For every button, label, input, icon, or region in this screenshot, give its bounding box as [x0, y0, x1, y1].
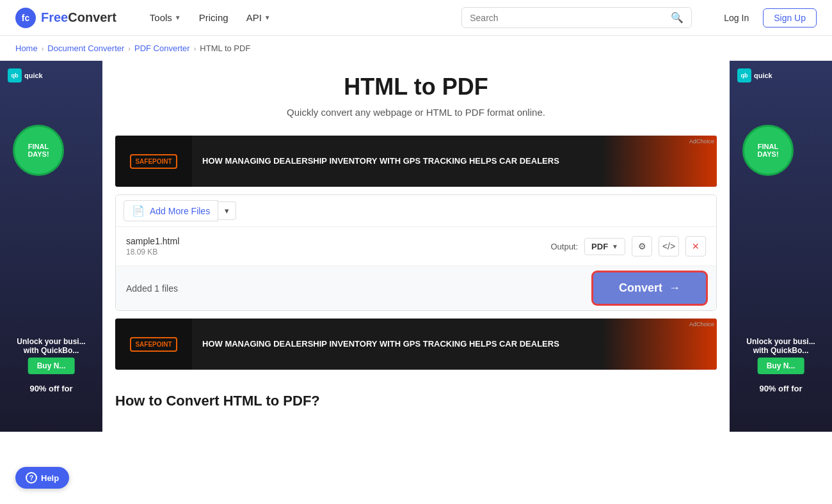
- left-ad-text: Unlock your busi...with QuickBo...: [0, 337, 102, 355]
- logo-icon: fc: [15, 8, 36, 28]
- left-ad-buy-button[interactable]: Buy N...: [28, 358, 75, 374]
- signup-button[interactable]: Sign Up: [763, 8, 817, 28]
- safepoint-logo: SAFEPOINT: [130, 154, 177, 169]
- output-select-arrow-icon: ▼: [612, 243, 618, 250]
- search-input[interactable]: [470, 13, 666, 23]
- files-count: Added 1 files: [126, 283, 178, 294]
- breadcrumb-current: HTML to PDF: [200, 43, 250, 53]
- header: fc FreeConvert Tools ▼ Pricing API ▼ 🔍 L…: [0, 0, 832, 36]
- search-area: 🔍: [461, 7, 692, 28]
- ad-banner-text: HOW MANAGING DEALERSHIP INVENTORY WITH G…: [192, 149, 602, 173]
- bottom-ad-banner-text: HOW MANAGING DEALERSHIP INVENTORY WITH G…: [192, 332, 602, 356]
- bottom-ad-choice-label: AdChoice: [689, 321, 714, 327]
- nav-api[interactable]: API ▼: [239, 7, 278, 28]
- breadcrumb-home[interactable]: Home: [15, 43, 38, 53]
- convert-arrow-icon: →: [669, 281, 680, 295]
- right-ad-text: Unlock your busi...with QuickBo...: [730, 337, 832, 355]
- breadcrumb-sep-3: ›: [194, 45, 196, 52]
- nav-pricing[interactable]: Pricing: [191, 7, 236, 28]
- right-ad-badge: FINAL DAYS!: [742, 125, 794, 176]
- top-ad-banner: SAFEPOINT HOW MANAGING DEALERSHIP INVENT…: [115, 136, 717, 187]
- main-content: HTML to PDF Quickly convert any webpage …: [102, 61, 730, 432]
- file-info: sample1.html 18.09 KB: [126, 236, 550, 256]
- right-qb-icon: qb: [737, 68, 751, 83]
- file-footer: Added 1 files Convert →: [116, 266, 716, 310]
- breadcrumb: Home › Document Converter › PDF Converte…: [0, 36, 832, 61]
- main-nav: Tools ▼ Pricing API ▼: [142, 7, 278, 28]
- ad-choice-label: AdChoice: [689, 138, 714, 145]
- bottom-safepoint-logo: SAFEPOINT: [130, 337, 177, 352]
- bottom-ad-banner: SAFEPOINT HOW MANAGING DEALERSHIP INVENT…: [115, 319, 717, 370]
- left-ad-discount: 90% off for: [0, 384, 102, 393]
- breadcrumb-sep-1: ›: [42, 45, 44, 52]
- add-files-button[interactable]: 📄 Add More Files: [124, 200, 218, 221]
- tools-arrow-icon: ▼: [175, 14, 181, 21]
- breadcrumb-sep-2: ›: [128, 45, 131, 52]
- file-size: 18.09 KB: [126, 248, 550, 256]
- right-qb-logo: qb quick: [737, 68, 772, 83]
- add-files-dropdown-button[interactable]: ▾: [218, 201, 236, 220]
- login-button[interactable]: Log In: [717, 9, 755, 27]
- logo-text: FreeConvert: [41, 10, 116, 25]
- bottom-ad-banner-title: HOW MANAGING DEALERSHIP INVENTORY WITH G…: [202, 338, 591, 350]
- how-to-section: How to Convert HTML to PDF?: [115, 377, 717, 425]
- left-ad-badge: FINAL DAYS!: [13, 125, 64, 176]
- search-box: 🔍: [461, 7, 692, 28]
- left-qb-logo: qb quick: [8, 68, 43, 83]
- breadcrumb-pdf-converter[interactable]: PDF Converter: [134, 43, 190, 53]
- file-toolbar: 📄 Add More Files ▾: [116, 195, 716, 227]
- right-ad-panel: qb quick FINAL DAYS! Unlock your busi...…: [730, 61, 832, 432]
- page-subtitle: Quickly convert any webpage or HTML to P…: [115, 107, 717, 118]
- right-qb-text: quick: [754, 72, 772, 79]
- qb-text: quick: [24, 72, 43, 79]
- qb-icon: qb: [8, 68, 22, 83]
- page-title-section: HTML to PDF Quickly convert any webpage …: [115, 61, 717, 128]
- ad-banner-logo: SAFEPOINT: [115, 136, 192, 187]
- auth-area: Log In Sign Up: [717, 8, 817, 28]
- output-format-select[interactable]: PDF ▼: [584, 238, 625, 255]
- file-name: sample1.html: [126, 236, 550, 246]
- breadcrumb-document-converter[interactable]: Document Converter: [47, 43, 124, 53]
- file-row: sample1.html 18.09 KB Output: PDF ▼ ⚙ </…: [116, 227, 716, 266]
- bottom-ad-banner-right: AdChoice: [602, 319, 717, 370]
- file-area: 📄 Add More Files ▾ sample1.html 18.09 KB…: [115, 194, 717, 311]
- ad-banner-right: AdChoice: [602, 136, 717, 187]
- left-ad: qb quick FINAL DAYS! Unlock your busi...…: [0, 61, 102, 432]
- logo[interactable]: fc FreeConvert: [15, 8, 116, 28]
- search-icon[interactable]: 🔍: [671, 12, 684, 24]
- convert-button[interactable]: Convert →: [593, 272, 706, 304]
- right-ad: qb quick FINAL DAYS! Unlock your busi...…: [730, 61, 832, 432]
- page-title: HTML to PDF: [115, 74, 717, 100]
- ad-banner-title: HOW MANAGING DEALERSHIP INVENTORY WITH G…: [202, 155, 591, 167]
- main-layout: qb quick FINAL DAYS! Unlock your busi...…: [0, 61, 832, 432]
- api-arrow-icon: ▼: [264, 14, 271, 21]
- output-label: Output:: [550, 242, 578, 251]
- how-to-title: How to Convert HTML to PDF?: [115, 393, 717, 409]
- nav-tools[interactable]: Tools ▼: [142, 7, 189, 28]
- right-ad-background: [730, 61, 832, 432]
- remove-file-button[interactable]: ✕: [685, 236, 706, 256]
- settings-button[interactable]: ⚙: [632, 236, 652, 256]
- add-file-icon: 📄: [132, 205, 145, 217]
- right-ad-discount: 90% off for: [730, 384, 832, 393]
- bottom-ad-banner-logo: SAFEPOINT: [115, 319, 192, 370]
- right-ad-buy-button[interactable]: Buy N...: [758, 358, 804, 374]
- left-ad-panel: qb quick FINAL DAYS! Unlock your busi...…: [0, 61, 102, 432]
- file-output-controls: Output: PDF ▼ ⚙ </> ✕: [550, 236, 706, 256]
- code-button[interactable]: </>: [659, 236, 679, 256]
- left-ad-background: [0, 61, 102, 432]
